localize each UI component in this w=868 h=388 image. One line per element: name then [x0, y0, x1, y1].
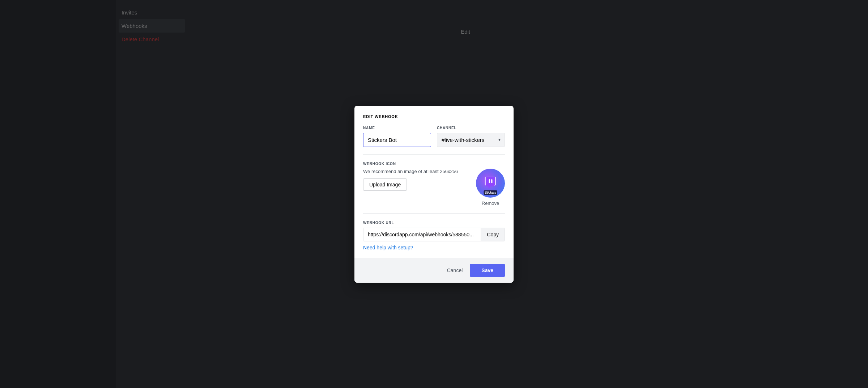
help-setup-link[interactable]: Need help with setup? [363, 245, 413, 250]
channel-form-group: CHANNEL #live-with-stickers#general#anno… [437, 126, 505, 147]
svg-rect-2 [489, 179, 490, 183]
modal-overlay: EDIT WEBHOOK NAME CHANNEL #live-with-sti… [0, 0, 868, 388]
svg-rect-3 [491, 179, 492, 183]
avatar: Stickers [476, 169, 505, 198]
copy-button[interactable]: Copy [481, 228, 505, 241]
icon-section: We recommend an image of at least 256x25… [363, 169, 505, 206]
modal-body: EDIT WEBHOOK NAME CHANNEL #live-with-sti… [354, 106, 514, 251]
channel-label: CHANNEL [437, 126, 505, 130]
remove-link[interactable]: Remove [482, 201, 499, 206]
avatar-inner: Stickers [476, 169, 505, 198]
channel-select-wrapper: #live-with-stickers#general#announcement… [437, 133, 505, 147]
icon-left: We recommend an image of at least 256x25… [363, 169, 469, 191]
url-input-row: Copy [363, 228, 505, 241]
icon-preview-area: Stickers Remove [476, 169, 505, 206]
channel-select[interactable]: #live-with-stickers#general#announcement… [437, 133, 505, 147]
icon-hint: We recommend an image of at least 256x25… [363, 169, 469, 174]
name-input[interactable] [363, 133, 431, 147]
url-section: WEBHOOK URL Copy Need help with setup? [363, 221, 505, 251]
divider-1 [363, 154, 505, 155]
webhook-url-label: WEBHOOK URL [363, 221, 505, 225]
webhook-icon-svg [482, 175, 498, 191]
webhook-url-input[interactable] [363, 228, 481, 241]
modal-footer: Cancel Save [354, 258, 514, 283]
webhook-icon-label: WEBHOOK ICON [363, 162, 505, 166]
edit-webhook-modal: EDIT WEBHOOK NAME CHANNEL #live-with-sti… [354, 106, 514, 283]
sticker-text-overlay: Stickers [484, 190, 497, 195]
name-form-group: NAME [363, 126, 431, 147]
form-row-name-channel: NAME CHANNEL #live-with-stickers#general… [363, 126, 505, 147]
modal-title: EDIT WEBHOOK [363, 114, 505, 119]
name-label: NAME [363, 126, 431, 130]
upload-image-button[interactable]: Upload Image [363, 178, 407, 191]
cancel-button[interactable]: Cancel [446, 265, 464, 276]
divider-2 [363, 213, 505, 214]
save-button[interactable]: Save [470, 264, 505, 277]
